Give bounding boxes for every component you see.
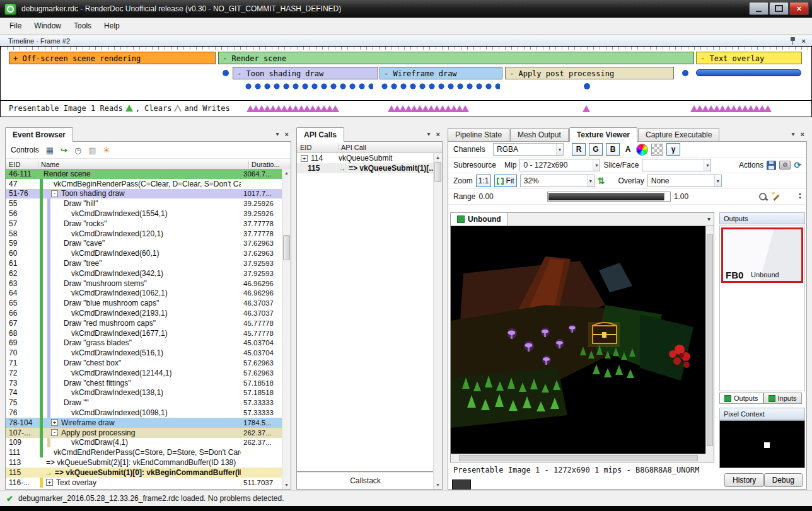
tab-inputs[interactable]: Inputs: [763, 393, 802, 404]
tree-toggle-icon[interactable]: -: [51, 429, 58, 436]
event-row-115[interactable]: 115→=> vkQueueSubmit(1)[0]: vkBeginComma…: [6, 468, 282, 478]
api-row-115[interactable]: 115→=> vkQueueSubmit(1)[...: [297, 163, 442, 173]
color-wheel-icon[interactable]: [636, 144, 648, 156]
clock-icon[interactable]: ◷: [74, 146, 81, 154]
gamma-button[interactable]: γ: [666, 143, 680, 156]
timeline-block-offscreen[interactable]: + Off-screen scene rendering: [9, 52, 216, 64]
scroll-up-icon[interactable]: ▲: [282, 169, 291, 177]
timeline-block-wireframe[interactable]: - Wireframe draw: [380, 67, 502, 79]
goto-icon[interactable]: ↪: [61, 146, 67, 154]
draw-marker-dot[interactable]: [223, 70, 229, 76]
event-row-72[interactable]: 72vkCmdDrawIndexed(12144,1)57.62963: [6, 368, 282, 378]
toon-draw-dots[interactable]: [245, 83, 373, 89]
texture-horizontal-scrollbar[interactable]: [451, 454, 706, 462]
tab-api-calls[interactable]: API Calls: [296, 127, 344, 142]
slice-face-dropdown[interactable]: ▾: [642, 159, 711, 171]
event-row-70[interactable]: 70vkCmdDrawIndexed(516,1)45.03704: [6, 348, 282, 358]
event-row-57[interactable]: 57Draw "rocks"37.77778: [6, 219, 282, 229]
red-channel-button[interactable]: R: [572, 143, 586, 156]
alpha-channel-button[interactable]: A: [623, 143, 633, 156]
tab-pipeline-state[interactable]: Pipeline State: [448, 128, 509, 142]
column-api-call[interactable]: API Call: [339, 144, 442, 151]
fit-button[interactable]: Fit: [494, 175, 516, 187]
event-row-113[interactable]: 113=> vkQueueSubmit(2)[1]: vkEndCommandB…: [6, 457, 282, 468]
star-icon[interactable]: ✳: [103, 146, 110, 154]
event-row-65[interactable]: 65Draw "blue mushroom caps"46.37037: [6, 298, 282, 308]
grid-icon[interactable]: ▦: [46, 146, 54, 154]
scrollbar-thumb[interactable]: [283, 235, 290, 260]
menu-item-file[interactable]: File: [3, 18, 28, 33]
api-row-114[interactable]: +114vkQueueSubmit: [297, 153, 442, 163]
range-min-value[interactable]: 0.00: [478, 192, 493, 201]
column-duration[interactable]: Duratio...: [249, 161, 291, 168]
tab-mesh-output[interactable]: Mesh Output: [510, 128, 569, 142]
texture-tab-unbound[interactable]: Unbound: [451, 213, 508, 226]
save-icon[interactable]: [767, 161, 776, 170]
refresh-icon[interactable]: ⟳: [794, 161, 801, 169]
column-eid[interactable]: EID: [297, 144, 339, 151]
minimize-button[interactable]: [749, 2, 768, 15]
event-row-61[interactable]: 61Draw "tree"37.92593: [6, 258, 282, 268]
close-button[interactable]: ×: [789, 2, 809, 15]
event-row-58[interactable]: 58vkCmdDrawIndexed(120,1)37.77778: [6, 229, 282, 239]
history-button[interactable]: History: [724, 473, 764, 487]
tab-outputs[interactable]: Outputs: [719, 393, 763, 404]
channels-dropdown[interactable]: RGBA ▾: [493, 143, 564, 156]
close-icon[interactable]: ×: [802, 37, 806, 45]
timeline-block-toon-shading[interactable]: - Toon shading draw: [233, 67, 378, 79]
wireframe-draw-dots[interactable]: [381, 83, 500, 89]
write-triangle-markers[interactable]: [248, 105, 339, 112]
panel-menu-icon[interactable]: ▾: [792, 130, 795, 138]
chart-icon[interactable]: ▥: [88, 146, 96, 154]
tree-toggle-icon[interactable]: -: [51, 190, 58, 197]
overlay-dropdown[interactable]: None ▾: [647, 175, 722, 187]
write-triangle-markers[interactable]: [390, 105, 469, 112]
timeline-panel-header[interactable]: Timeline - Frame #2 ×: [0, 35, 812, 46]
event-row-78-104[interactable]: 78-104+Wireframe draw1784.5...: [6, 418, 282, 428]
event-row-63[interactable]: 63Draw "mushroom stems"46.96296: [6, 278, 282, 289]
scroll-down-icon[interactable]: ▼: [282, 481, 291, 489]
event-row-56[interactable]: 56vkCmdDrawIndexed(1554,1)39.25926: [6, 209, 282, 219]
pin-icon[interactable]: [790, 37, 796, 45]
event-row-47[interactable]: 47vkCmdBeginRenderPass(C=Clear, D=Clear,…: [6, 179, 282, 189]
text-overlay-draw-bar[interactable]: [696, 69, 801, 76]
mip-dropdown[interactable]: 0 - 1272x690 ▾: [519, 159, 600, 171]
event-row-67[interactable]: 67Draw "red mushroom caps"45.77778: [6, 318, 282, 328]
range-slider-handle[interactable]: [664, 193, 670, 200]
event-row-51-76[interactable]: 51-76-Toon shading draw1017.7...: [6, 189, 282, 199]
tree-toggle-icon[interactable]: +: [301, 155, 308, 162]
event-row-55[interactable]: 55Draw "hill"39.25926: [6, 198, 282, 209]
draw-marker-dot[interactable]: [682, 70, 688, 76]
event-row-116-...[interactable]: 116-...+Text overlay511.7037: [6, 478, 282, 488]
panel-menu-icon[interactable]: ▾: [427, 130, 431, 138]
scrollbar-thumb[interactable]: [707, 234, 713, 446]
snapshot-icon[interactable]: [779, 161, 791, 169]
presentable-row[interactable]: Presentable Image 1 Reads, Clearsand Wri…: [1, 100, 811, 117]
event-row-74[interactable]: 74vkCmdDrawIndexed(138,1)57.18518: [6, 388, 282, 398]
tab-event-browser[interactable]: Event Browser: [5, 127, 73, 142]
event-row-60[interactable]: 60vkCmdDrawIndexed(60,1)37.62963: [6, 248, 282, 258]
autofit-wand-icon[interactable]: [771, 192, 780, 202]
event-row-64[interactable]: 64vkCmdDrawIndexed(1062,1)46.96296: [6, 289, 282, 299]
event-row-75[interactable]: 75Draw ""57.33333: [6, 398, 282, 408]
close-icon[interactable]: ×: [801, 130, 804, 138]
scrollbar-thumb[interactable]: [434, 162, 441, 182]
event-browser-scrollbar[interactable]: ▲ ▼: [282, 169, 291, 489]
event-row-73[interactable]: 73Draw "chest fittings"57.18518: [6, 378, 282, 388]
menu-item-window[interactable]: Window: [28, 18, 67, 33]
green-channel-button[interactable]: G: [589, 143, 603, 156]
tab-texture-viewer[interactable]: Texture Viewer: [569, 127, 637, 142]
event-row-59[interactable]: 59Draw "cave"37.62963: [6, 239, 282, 249]
timeline-block-text-overlay[interactable]: - Text overlay: [696, 52, 802, 64]
event-row-46-111[interactable]: 46-111Render scene3064.7...: [6, 169, 282, 179]
tab-capture-executable[interactable]: Capture Executable: [638, 128, 719, 142]
range-slider[interactable]: [547, 192, 671, 202]
draw-marker-dot[interactable]: [584, 83, 590, 89]
event-row-71[interactable]: 71Draw "chest box"57.62963: [6, 358, 282, 368]
event-row-66[interactable]: 66vkCmdDrawIndexed(2193,1)46.37037: [6, 308, 282, 318]
menu-item-help[interactable]: Help: [98, 18, 126, 33]
menu-item-tools[interactable]: Tools: [67, 18, 98, 33]
toolbar-overflow-icon[interactable]: ▾: [799, 193, 801, 200]
zoom-1to1-button[interactable]: 1:1: [476, 175, 492, 187]
close-icon[interactable]: ×: [436, 130, 440, 138]
